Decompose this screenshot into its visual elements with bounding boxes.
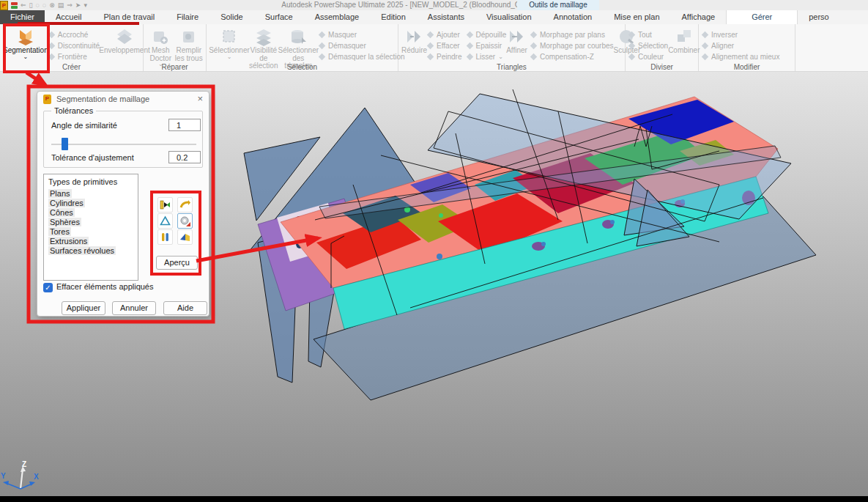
accroche-button[interactable]: Accroché [48, 31, 100, 39]
alignement-au-mieux-button[interactable]: Alignement au mieux [702, 53, 779, 61]
remplir-les-trous-button[interactable]: Remplir les trous [175, 26, 204, 62]
enveloppement-button[interactable]: Enveloppement [100, 26, 149, 55]
effacer-button[interactable]: Effacer [427, 42, 461, 50]
undo-arrow-icon-button[interactable] [177, 197, 193, 213]
group-label-triangles: Triangles [398, 63, 625, 71]
group-label-diviser: Diviser [626, 63, 698, 71]
tab-fichier[interactable]: Fichier [0, 10, 45, 24]
cancel-button[interactable]: Annuler [112, 301, 156, 315]
triangles-col2: Dépouille Epaissir Lisser⌄ [467, 26, 507, 61]
close-icon[interactable]: × [197, 93, 203, 104]
draft-icon [466, 32, 473, 39]
tab-accueil[interactable]: Accueil [45, 10, 92, 24]
tab-assemblage[interactable]: Assemblage [304, 10, 371, 24]
tab-solide[interactable]: Solide [209, 10, 254, 24]
reduce-icon [405, 27, 424, 46]
list-item-cones[interactable]: Cônes [48, 208, 138, 217]
clear-applied-checkbox[interactable]: ✓ [43, 283, 53, 292]
mesh-doctor-button[interactable]: Mesh Doctor ⌄ [146, 26, 175, 67]
tab-surface[interactable]: Surface [254, 10, 304, 24]
smooth-icon [466, 53, 473, 61]
morph-curves-icon [530, 43, 538, 50]
demasquer-button[interactable]: Démasquer [319, 42, 405, 50]
tab-filaire[interactable]: Filaire [166, 10, 209, 24]
angle-similarity-input[interactable] [168, 119, 201, 131]
list-item-surfaces-revolues[interactable]: Surfaces révolues [48, 246, 138, 255]
epaissir-button[interactable]: Epaissir [467, 42, 507, 50]
inverser-button[interactable]: Inverser [702, 31, 779, 39]
chevron-down-icon: ⌄ [227, 55, 232, 59]
angle-similarity-label: Angle de similarité [51, 121, 117, 130]
surface-fold-icon-button[interactable] [177, 229, 193, 245]
frontiere-button[interactable]: Frontière [48, 53, 100, 61]
ribbon-group-diviser: Tout Sélection Couleur Combiner Diviser [626, 24, 699, 71]
morphage-courbes-button[interactable]: Morphage par courbes [530, 42, 614, 50]
mesh-triangle-icon-button[interactable] [157, 213, 173, 229]
ribbon-group-selection: Sélectionner ⌄ Visibilité de sélection ⌄… [207, 24, 398, 71]
tolerances-legend: Tolérances [51, 106, 96, 115]
affiner-button[interactable]: Affiner [506, 26, 527, 55]
unmask-selection-icon [319, 53, 326, 61]
boundary-icon [48, 53, 55, 61]
diviser-tout-button[interactable]: Tout [628, 31, 668, 39]
tab-visualisation[interactable]: Visualisation [475, 10, 543, 24]
peindre-button[interactable]: Peindre [427, 53, 461, 61]
paint-triangle-icon [427, 53, 434, 61]
tab-assistants[interactable]: Assistants [417, 10, 475, 24]
surface-fold-icon [179, 232, 190, 243]
list-item-plans[interactable]: Plans [48, 189, 138, 198]
angle-slider-track[interactable] [51, 144, 196, 145]
apply-button[interactable]: Appliquer [62, 301, 105, 315]
tab-affichage[interactable]: Affichage [671, 10, 727, 24]
discontinuity-icon [48, 43, 55, 50]
undo-arrow-icon [179, 199, 190, 210]
compare-arrows-icon [160, 199, 171, 210]
compensation-z-button[interactable]: Compensation-Z [530, 53, 614, 61]
tools-icon-button[interactable] [157, 229, 173, 245]
combiner-button[interactable]: Combiner [668, 26, 700, 55]
tools-icon [160, 232, 171, 243]
diviser-couleur-button[interactable]: Couleur [628, 53, 668, 61]
torus-icon [179, 215, 190, 226]
group-label-creer: Créer [0, 63, 143, 71]
discontinuite-button[interactable]: Discontinuité [48, 42, 100, 50]
tab-plan-de-travail[interactable]: Plan de travail [92, 10, 166, 24]
list-item-spheres[interactable]: Sphères [48, 218, 138, 226]
preview-button[interactable]: Aperçu [156, 256, 198, 270]
compare-arrows-icon-button[interactable] [157, 197, 173, 213]
fit-tolerance-input[interactable] [168, 151, 201, 163]
torus-icon-button[interactable] [177, 213, 193, 229]
powershape-dialog-icon: P [43, 95, 51, 104]
dialog-title-bar[interactable]: P Segmentation de maillage × [37, 92, 209, 106]
selection-small-buttons: Masquer Démasquer Démasquer la sélection [319, 26, 405, 61]
reduire-button[interactable]: Réduire [401, 26, 427, 55]
powershape-window: P ⇐ ▯ ◌ ◌ ⊗ ▤ ⇒ ➤ ▾ Autodesk PowerShape … [0, 0, 868, 502]
demasquer-selection-button[interactable]: Démasquer la sélection [319, 53, 405, 61]
chevron-down-icon: ⌄ [23, 55, 29, 59]
masquer-button[interactable]: Masquer [319, 31, 405, 39]
tab-mise-en-plan[interactable]: Mise en plan [603, 10, 670, 24]
ajouter-button[interactable]: Ajouter [427, 31, 461, 39]
aligner-button[interactable]: Aligner [702, 42, 779, 50]
divide-all-icon [628, 32, 636, 39]
snap-icon [48, 32, 55, 39]
tab-edition[interactable]: Edition [370, 10, 417, 24]
segmentation-button[interactable]: Segmentation ⌄ [3, 26, 48, 59]
angle-slider-handle[interactable] [62, 138, 68, 150]
help-button[interactable]: Aide [163, 301, 207, 315]
ribbon-group-creer: Segmentation ⌄ Accroché Discontinuité Fr… [0, 24, 144, 71]
tab-gerer[interactable]: Gérer [726, 10, 798, 24]
mesh-doctor-icon [151, 27, 170, 46]
depouille-button[interactable]: Dépouille [467, 31, 507, 39]
diviser-selection-button[interactable]: Sélection [628, 42, 668, 50]
list-item-extrusions[interactable]: Extrusions [48, 237, 138, 246]
tab-annotation[interactable]: Annotation [543, 10, 604, 24]
tab-perso[interactable]: perso [798, 10, 840, 24]
lisser-button[interactable]: Lisser⌄ [467, 53, 507, 61]
primitive-types-listbox[interactable]: Types de primitives Plans Cylindres Cône… [43, 174, 138, 281]
erase-triangle-icon [427, 43, 434, 50]
list-item-cylindres[interactable]: Cylindres [48, 199, 138, 207]
morphage-plans-button[interactable]: Morphage par plans [530, 31, 614, 39]
list-item-tores[interactable]: Tores [48, 227, 138, 236]
selectionner-button[interactable]: Sélectionner ⌄ [209, 26, 249, 59]
